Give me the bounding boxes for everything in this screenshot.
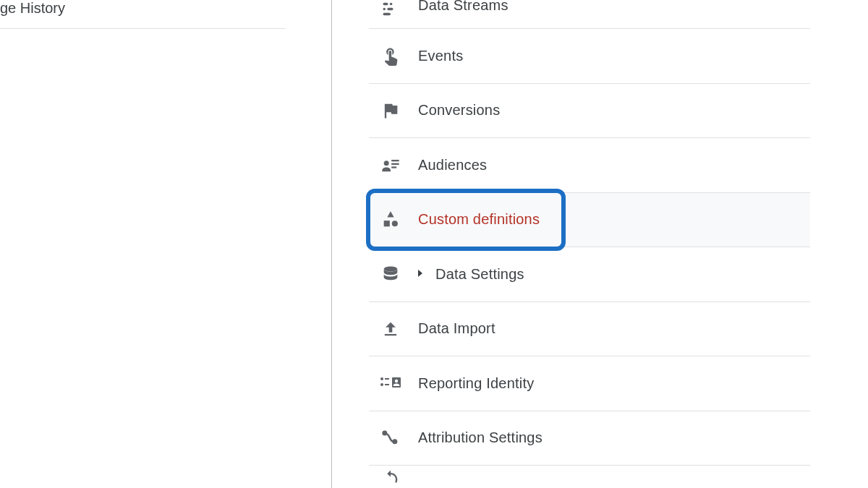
menu-label: Data Settings [435,266,524,283]
svg-point-5 [384,160,389,166]
menu-item-events[interactable]: Events [369,29,810,84]
menu-label: Conversions [418,102,500,119]
events-icon [379,44,402,67]
data-import-icon [379,317,402,341]
menu-label: Reporting Identity [418,375,534,392]
svg-rect-1 [390,3,393,5]
menu-label: Audiences [418,157,487,174]
svg-point-12 [380,377,383,380]
svg-rect-7 [391,163,399,165]
reporting-identity-icon [379,372,402,395]
menu-item-data-streams[interactable]: Data Streams [369,0,810,29]
svg-rect-9 [384,221,390,226]
svg-rect-6 [391,160,399,161]
svg-rect-4 [383,13,391,16]
menu-label: Events [418,48,463,64]
svg-rect-3 [387,8,393,11]
svg-rect-0 [383,3,388,5]
settings-menu: Data Streams Events Conversions [369,0,810,488]
menu-item-conversions[interactable]: Conversions [369,84,810,139]
svg-point-19 [392,439,397,444]
data-streams-icon [379,0,402,20]
menu-label: Attribution Settings [418,429,542,446]
svg-rect-2 [383,8,386,11]
menu-label: Custom definitions [418,211,540,228]
svg-rect-8 [391,167,396,168]
menu-item-reporting-identity[interactable]: Reporting Identity [369,356,810,411]
svg-rect-13 [385,378,389,380]
custom-definitions-icon [379,208,402,231]
left-history-item[interactable]: ge History [0,0,286,29]
left-history-label: ge History [0,0,65,16]
menu-item-partial[interactable] [369,466,810,488]
menu-item-data-import[interactable]: Data Import [369,302,810,357]
menu-label: Data Import [418,320,495,337]
audiences-icon [379,153,402,176]
svg-rect-15 [385,384,389,385]
menu-label: Data Streams [418,0,509,14]
svg-point-10 [392,221,398,226]
svg-point-11 [384,267,398,272]
conversions-icon [379,99,402,122]
left-panel: ge History [0,0,286,488]
menu-item-audiences[interactable]: Audiences [369,138,810,193]
expand-arrow-icon [417,267,425,281]
attribution-settings-icon [379,427,402,450]
svg-point-14 [380,383,383,386]
partial-icon [379,466,402,488]
menu-item-data-settings[interactable]: Data Settings [369,247,810,302]
svg-point-17 [395,380,398,382]
data-settings-icon [379,262,402,286]
vertical-divider [331,0,332,488]
menu-item-attribution-settings[interactable]: Attribution Settings [369,411,810,466]
menu-item-custom-definitions[interactable]: Custom definitions [369,193,810,248]
